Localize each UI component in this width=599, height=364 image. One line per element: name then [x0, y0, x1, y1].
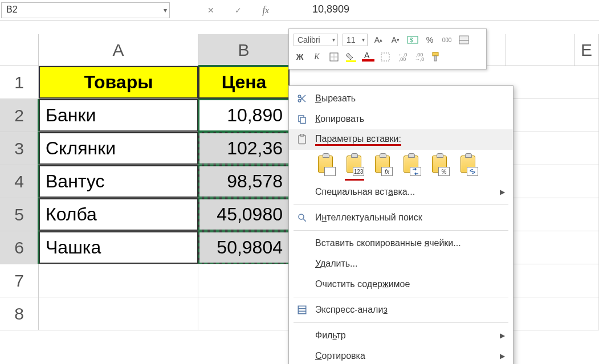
name-box[interactable]: B2 ▾	[1, 2, 170, 18]
percent-format-icon[interactable]: %	[423, 34, 436, 46]
chevron-down-icon[interactable]: ▾	[332, 36, 335, 43]
cell-B5[interactable]: 45,0980	[198, 198, 290, 231]
svg-point-11	[298, 95, 301, 98]
border-style-icon[interactable]	[379, 51, 392, 63]
paste-option-default[interactable]	[315, 154, 336, 177]
format-painter-icon[interactable]	[430, 51, 443, 63]
cell-B6[interactable]: 50,9804	[198, 231, 290, 264]
cell-A8[interactable]	[39, 297, 198, 330]
menu-clear-contents[interactable]: Очистить содержимое	[289, 274, 513, 295]
row-header-1[interactable]: 1	[0, 66, 39, 99]
cancel-formula-icon[interactable]: ✕	[205, 5, 217, 16]
accounting-format-icon[interactable]: $	[406, 34, 419, 46]
svg-rect-16	[300, 134, 304, 136]
font-name-select[interactable]: Calibri ▾	[294, 34, 338, 46]
row-header-5[interactable]: 5	[0, 198, 39, 231]
paste-values-label: 123	[353, 167, 364, 176]
decrease-font-icon[interactable]: A▾	[389, 34, 402, 46]
paste-options-row: 123 fx %	[289, 150, 513, 182]
fx-icon[interactable]: fx	[260, 5, 271, 16]
col-header-A[interactable]: A	[39, 34, 198, 66]
formula-value[interactable]: 10,8909	[312, 3, 349, 15]
menu-quick-analysis-label: Экспресс-анализ	[315, 305, 388, 315]
cell-A3[interactable]: Склянки	[39, 132, 198, 165]
row-header-8[interactable]: 8	[0, 297, 39, 330]
menu-paste-options-header: Параметры вставки:	[289, 129, 513, 150]
row-header-6[interactable]: 6	[0, 231, 39, 264]
svg-rect-2	[459, 36, 468, 40]
submenu-arrow-icon: ▶	[500, 332, 505, 340]
svg-rect-18	[298, 306, 306, 314]
svg-rect-3	[459, 40, 468, 44]
cell-A7[interactable]	[39, 264, 198, 297]
row-header-3[interactable]: 3	[0, 132, 39, 165]
paste-pct-label: %	[438, 167, 450, 176]
cell-B7[interactable]	[198, 264, 290, 297]
cell-B2[interactable]: 10,890	[198, 99, 290, 132]
col-header-E[interactable]: E	[574, 34, 599, 66]
svg-rect-9	[433, 52, 438, 56]
menu-paste-special[interactable]: Специальная вставка... ▶	[289, 182, 513, 202]
separator	[294, 297, 508, 297]
paste-link-label	[467, 167, 478, 176]
quick-analysis-icon	[296, 304, 308, 316]
borders-icon[interactable]	[328, 51, 340, 63]
cell-A1[interactable]: Товары	[39, 66, 198, 99]
row-header-4[interactable]: 4	[0, 165, 39, 198]
decrease-decimal-icon[interactable]: ,00→,0	[413, 51, 426, 63]
increase-decimal-icon[interactable]: ←,0,00	[396, 51, 409, 63]
font-color-icon[interactable]	[362, 51, 374, 63]
cell-B8[interactable]	[198, 297, 290, 330]
paste-option-values[interactable]: 123	[344, 154, 364, 177]
increase-font-icon[interactable]: A▴	[372, 34, 385, 46]
paste-option-formatting[interactable]: %	[429, 154, 450, 177]
row-header-2[interactable]: 2	[0, 99, 39, 132]
menu-smart-lookup[interactable]: Интеллектуальный поиск	[289, 207, 513, 228]
cell-B4[interactable]: 98,578	[198, 165, 290, 198]
menu-copy-label: Копировать	[315, 114, 364, 124]
col-header-D[interactable]	[506, 34, 574, 66]
cell-B3[interactable]: 102,36	[198, 132, 290, 165]
menu-quick-analysis[interactable]: Экспресс-анализ	[289, 300, 513, 320]
bold-button[interactable]: Ж	[294, 51, 306, 63]
menu-sort-label: Сортировка	[315, 351, 365, 361]
svg-rect-15	[299, 136, 305, 144]
paste-option-link[interactable]	[458, 154, 478, 177]
cell-A2[interactable]: Банки	[39, 99, 198, 132]
menu-filter[interactable]: Фильтр ▶	[289, 325, 513, 346]
underline-highlight	[345, 179, 364, 181]
menu-filter-label: Фильтр	[315, 330, 346, 341]
format-painter-extra-icon[interactable]	[458, 34, 470, 46]
name-box-value: B2	[6, 5, 18, 14]
menu-sort[interactable]: Сортировка ▶	[289, 346, 513, 364]
chevron-down-icon[interactable]: ▾	[362, 36, 365, 43]
menu-cut-label: Вырезать	[315, 93, 356, 104]
menu-paste-special-label: Специальная вставка...	[315, 187, 415, 197]
menu-cut[interactable]: Вырезать	[289, 88, 513, 109]
menu-delete[interactable]: Удалить...	[289, 253, 513, 274]
copy-icon	[296, 113, 308, 125]
menu-insert-copied-cells[interactable]: Вставить скопированные ячейки...	[289, 233, 513, 253]
col-header-B[interactable]: B	[198, 34, 290, 66]
cell-B1[interactable]: Цена	[198, 66, 290, 99]
cell-A4[interactable]: Вантус	[39, 165, 198, 198]
cell-A6[interactable]: Чашка	[39, 231, 198, 264]
mini-toolbar: Calibri ▾ 11 ▾ A▴ A▾ $ % 000 Ж К ←,0,00	[288, 28, 487, 69]
context-menu: Вырезать Копировать Параметры вставки: 1…	[288, 85, 514, 364]
search-icon	[296, 211, 308, 224]
cell-A5[interactable]: Колба	[39, 198, 198, 231]
accept-formula-icon[interactable]: ✓	[233, 5, 244, 16]
menu-copy[interactable]: Копировать	[289, 109, 513, 129]
chevron-down-icon[interactable]: ▾	[164, 6, 167, 14]
font-size-select[interactable]: 11 ▾	[343, 34, 368, 46]
separator	[294, 205, 508, 205]
menu-smart-lookup-label: Интеллектуальный поиск	[315, 212, 422, 223]
select-all-corner[interactable]	[0, 34, 39, 66]
comma-format-icon[interactable]: 000	[441, 34, 453, 46]
paste-option-formulas[interactable]: fx	[372, 154, 393, 177]
row-header-7[interactable]: 7	[0, 264, 39, 297]
fill-color-icon[interactable]	[345, 51, 357, 63]
svg-rect-7	[346, 60, 356, 62]
italic-button[interactable]: К	[311, 51, 323, 63]
paste-option-transpose[interactable]	[401, 154, 421, 177]
